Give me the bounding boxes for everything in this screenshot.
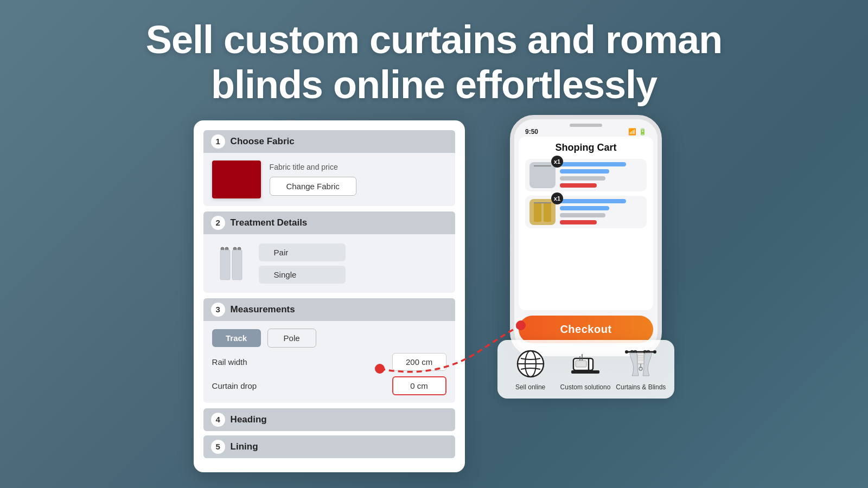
rail-width-value: 200 cm bbox=[392, 353, 446, 371]
icon-card-sell-online: Sell online bbox=[506, 348, 555, 391]
cart-line bbox=[560, 183, 597, 188]
phone-notch bbox=[570, 124, 602, 127]
content-row: 1 Choose Fabric Fabric title and price C… bbox=[0, 120, 868, 472]
single-button[interactable]: Single bbox=[259, 266, 346, 284]
icon-cards-row: Sell online bbox=[497, 340, 675, 399]
section-title-4: Heading bbox=[231, 414, 267, 425]
section-heading: 4 Heading bbox=[203, 408, 455, 431]
section-number-1: 1 bbox=[211, 134, 225, 149]
cart-title: Shoping Cart bbox=[525, 142, 647, 153]
section-body-1: Fabric title and price Change Fabric bbox=[203, 153, 455, 206]
curtains-blinds-icon bbox=[624, 348, 657, 380]
curtain-pair-icon bbox=[212, 242, 250, 285]
section-body-2: Pair Single bbox=[203, 234, 455, 293]
checkout-button[interactable]: Checkout bbox=[519, 316, 653, 343]
cart-line bbox=[560, 220, 597, 224]
phone-time: 9:50 bbox=[525, 128, 538, 136]
section-number-4: 4 bbox=[211, 413, 225, 427]
section-title-5: Lining bbox=[231, 441, 258, 452]
curtain-drop-row: Curtain drop 0 cm bbox=[212, 376, 446, 395]
cart-line bbox=[560, 169, 609, 174]
change-fabric-button[interactable]: Change Fabric bbox=[270, 177, 356, 196]
curtain-drop-label: Curtain drop bbox=[212, 381, 257, 390]
svg-rect-10 bbox=[544, 203, 551, 222]
section-title-1: Choose Fabric bbox=[231, 136, 295, 147]
section-header-4: 4 Heading bbox=[203, 408, 455, 431]
cart-badge-2: x1 bbox=[551, 192, 563, 204]
rail-width-row: Rail width 200 cm bbox=[212, 353, 446, 371]
treatment-options: Pair Single bbox=[259, 243, 346, 284]
svg-rect-9 bbox=[534, 203, 541, 222]
section-title-2: Treatment Details bbox=[231, 217, 308, 228]
headline: Sell custom curtains and roman blinds on… bbox=[103, 0, 765, 120]
section-number-5: 5 bbox=[211, 440, 225, 454]
svg-rect-4 bbox=[220, 250, 230, 280]
fabric-info: Fabric title and price Change Fabric bbox=[270, 163, 446, 196]
cart-badge-1: x1 bbox=[551, 156, 563, 168]
fabric-row: Fabric title and price Change Fabric bbox=[212, 160, 446, 198]
svg-rect-16 bbox=[576, 361, 586, 367]
section-treatment: 2 Treatment Details bbox=[203, 211, 455, 293]
wifi-icon: 📶 bbox=[628, 128, 636, 136]
globe-icon bbox=[514, 348, 547, 380]
section-number-3: 3 bbox=[211, 303, 225, 317]
cart-line bbox=[560, 176, 605, 181]
cart-item-lines-2 bbox=[560, 199, 642, 224]
cart-line bbox=[560, 162, 626, 166]
svg-rect-6 bbox=[534, 166, 541, 185]
svg-rect-7 bbox=[544, 166, 551, 185]
icon-card-curtains-blinds: Curtains & Blinds bbox=[616, 348, 666, 391]
cart-line bbox=[560, 213, 605, 217]
fabric-swatch bbox=[212, 160, 261, 198]
section-header-1: 1 Choose Fabric bbox=[203, 130, 455, 153]
section-header-5: 5 Lining bbox=[203, 435, 455, 458]
section-header-2: 2 Treatment Details bbox=[203, 211, 455, 234]
curtain-drop-value[interactable]: 0 cm bbox=[392, 376, 446, 395]
section-body-3: Track Pole Rail width 200 cm Curtain dro… bbox=[203, 321, 455, 403]
cart-item-1: x1 bbox=[525, 159, 647, 191]
headline-line1: Sell custom curtains and roman bbox=[146, 18, 722, 61]
section-title-3: Measurements bbox=[231, 304, 295, 315]
custom-solutions-label: Custom solutiono bbox=[560, 383, 611, 391]
curtains-blinds-label: Curtains & Blinds bbox=[616, 383, 666, 391]
pole-button[interactable]: Pole bbox=[267, 329, 316, 348]
icon-card-custom-solutions: Custom solutiono bbox=[560, 348, 611, 391]
cart-item-thumb-2 bbox=[529, 199, 556, 225]
track-pole-row: Track Pole bbox=[212, 329, 446, 348]
pair-button[interactable]: Pair bbox=[259, 243, 346, 261]
svg-rect-28 bbox=[637, 353, 644, 364]
svg-point-23 bbox=[653, 350, 656, 354]
phone-status-right: 📶 🔋 bbox=[628, 128, 647, 136]
svg-point-22 bbox=[625, 350, 628, 354]
cart-item-lines-1 bbox=[560, 162, 642, 188]
phone-notch-bar: 9:50 📶 🔋 bbox=[514, 119, 658, 137]
fabric-title-text: Fabric title and price bbox=[270, 163, 446, 171]
battery-icon: 🔋 bbox=[639, 128, 647, 136]
treatment-row: Pair Single bbox=[212, 242, 446, 285]
section-number-2: 2 bbox=[211, 216, 225, 230]
cart-line bbox=[560, 206, 609, 210]
cart-line bbox=[560, 199, 626, 203]
rail-width-label: Rail width bbox=[212, 357, 247, 367]
cart-item-thumb-1 bbox=[529, 162, 556, 188]
svg-rect-20 bbox=[571, 370, 599, 374]
track-button[interactable]: Track bbox=[212, 329, 261, 347]
section-measurements: 3 Measurements Track Pole Rail width 200… bbox=[203, 298, 455, 403]
svg-rect-5 bbox=[232, 250, 242, 280]
section-choose-fabric: 1 Choose Fabric Fabric title and price C… bbox=[203, 130, 455, 206]
headline-line2: blinds online effortlessly bbox=[211, 63, 657, 106]
right-side: 9:50 📶 🔋 Shoping Cart x1 bbox=[497, 115, 675, 399]
sell-online-label: Sell online bbox=[515, 383, 545, 391]
sewing-machine-icon bbox=[569, 348, 602, 380]
section-header-3: 3 Measurements bbox=[203, 298, 455, 321]
phone-mockup: 9:50 📶 🔋 Shoping Cart x1 bbox=[510, 115, 662, 356]
cart-item-2: x1 bbox=[525, 196, 647, 228]
section-lining: 5 Lining bbox=[203, 435, 455, 458]
phone-content: Shoping Cart x1 bbox=[519, 137, 653, 310]
form-card: 1 Choose Fabric Fabric title and price C… bbox=[194, 120, 465, 472]
